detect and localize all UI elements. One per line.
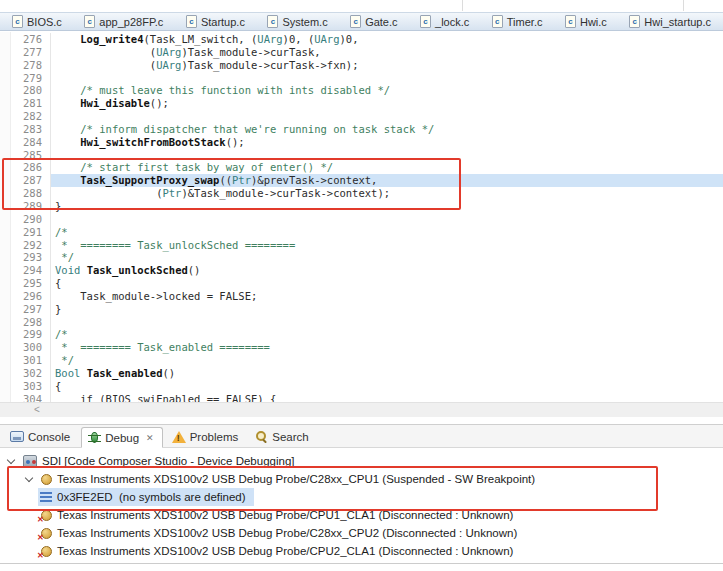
- code-line[interactable]: 288 (Ptr)&Task_module->curTask->context)…: [0, 187, 723, 200]
- line-number[interactable]: 278: [0, 59, 50, 72]
- code-text[interactable]: */: [50, 251, 723, 264]
- editor-tab-System.c[interactable]: cSystem.c: [265, 13, 329, 30]
- line-number[interactable]: 298: [0, 316, 50, 329]
- code-line[interactable]: 282: [0, 110, 723, 123]
- code-text[interactable]: /* start first task by way of enter() */: [50, 161, 723, 174]
- panel-tab-problems[interactable]: Problems: [166, 426, 247, 447]
- code-line[interactable]: 289}: [0, 200, 723, 213]
- code-line[interactable]: 302Bool Task_enabled(): [0, 367, 723, 380]
- code-text[interactable]: Hwi_switchFromBootStack();: [50, 136, 723, 149]
- code-text[interactable]: Log_write4(Task_LM_switch, (UArg)0, (UAr…: [50, 33, 723, 46]
- code-text[interactable]: (Ptr)&Task_module->curTask->context);: [50, 187, 723, 200]
- expand-toggle[interactable]: [4, 460, 18, 463]
- editor-tab-Timer.c[interactable]: cTimer.c: [490, 13, 545, 30]
- code-text[interactable]: [50, 110, 723, 123]
- line-number[interactable]: 302: [0, 367, 50, 380]
- close-icon[interactable]: ✕: [146, 433, 154, 443]
- line-number[interactable]: 296: [0, 290, 50, 303]
- code-text[interactable]: [50, 72, 723, 85]
- line-number[interactable]: 283: [0, 123, 50, 136]
- code-line[interactable]: 298: [0, 316, 723, 329]
- editor-tab-BIOS.c[interactable]: cBIOS.c: [10, 13, 64, 30]
- editor-tab-Hwi.c[interactable]: cHwi.c: [563, 13, 609, 30]
- code-line[interactable]: 276 Log_write4(Task_LM_switch, (UArg)0, …: [0, 33, 723, 46]
- debug-tree-row[interactable]: Texas Instruments XDS100v2 USB Debug Pro…: [0, 524, 723, 542]
- horizontal-scrollbar[interactable]: <: [0, 402, 723, 417]
- code-line[interactable]: 284 Hwi_switchFromBootStack();: [0, 136, 723, 149]
- expand-toggle[interactable]: [22, 478, 36, 481]
- line-number[interactable]: 276: [0, 33, 50, 46]
- line-number[interactable]: 284: [0, 136, 50, 149]
- line-number[interactable]: 300: [0, 341, 50, 354]
- code-text[interactable]: [50, 213, 723, 226]
- code-text[interactable]: {: [50, 380, 723, 393]
- code-line[interactable]: 301 */: [0, 354, 723, 367]
- code-line[interactable]: 294Void Task_unlockSched(): [0, 264, 723, 277]
- line-number[interactable]: 294: [0, 264, 50, 277]
- code-line[interactable]: 292 * ======== Task_unlockSched ========: [0, 239, 723, 252]
- scroll-left-arrow-icon[interactable]: <: [34, 405, 40, 415]
- editor-tab-Startup.c[interactable]: cStartup.c: [184, 13, 247, 30]
- code-text[interactable]: /*: [50, 328, 723, 341]
- code-line[interactable]: 277 (UArg)Task_module->curTask,: [0, 46, 723, 59]
- debug-tree-row[interactable]: Texas Instruments XDS100v2 USB Debug Pro…: [0, 542, 723, 560]
- code-text[interactable]: /* inform dispatcher that we're running …: [50, 123, 723, 136]
- line-number[interactable]: 281: [0, 97, 50, 110]
- debug-tree-row[interactable]: 0x3FE2ED (no symbols are defined): [0, 488, 723, 506]
- line-number[interactable]: 303: [0, 380, 50, 393]
- code-line[interactable]: 291/*: [0, 226, 723, 239]
- code-line[interactable]: 279: [0, 72, 723, 85]
- code-text[interactable]: * ======== Task_enabled ========: [50, 341, 723, 354]
- code-line[interactable]: 303{: [0, 380, 723, 393]
- line-number[interactable]: 289: [0, 200, 50, 213]
- code-line[interactable]: 281 Hwi_disable();: [0, 97, 723, 110]
- panel-tab-console[interactable]: Console: [4, 426, 78, 447]
- code-text[interactable]: {: [50, 277, 723, 290]
- line-number[interactable]: 299: [0, 328, 50, 341]
- line-number[interactable]: 297: [0, 303, 50, 316]
- line-number[interactable]: 290: [0, 213, 50, 226]
- line-number[interactable]: 287: [0, 174, 50, 187]
- code-text[interactable]: * ======== Task_unlockSched ========: [50, 239, 723, 252]
- panel-tab-search[interactable]: Search: [249, 426, 316, 447]
- line-number[interactable]: 293: [0, 251, 50, 264]
- code-text[interactable]: Void Task_unlockSched(): [50, 264, 723, 277]
- code-text[interactable]: [50, 316, 723, 329]
- code-line[interactable]: 297}: [0, 303, 723, 316]
- code-line[interactable]: 290: [0, 213, 723, 226]
- code-line[interactable]: 280 /* must leave this function with int…: [0, 84, 723, 97]
- code-text[interactable]: Bool Task_enabled(): [50, 367, 723, 380]
- code-text[interactable]: (UArg)Task_module->curTask,: [50, 46, 723, 59]
- code-text[interactable]: }: [50, 200, 723, 213]
- debug-tree-row[interactable]: SDI [Code Composer Studio - Device Debug…: [0, 452, 723, 470]
- line-number[interactable]: 285: [0, 149, 50, 162]
- line-number[interactable]: 277: [0, 46, 50, 59]
- code-text[interactable]: Task_SupportProxy_swap((Ptr)&prevTask->c…: [50, 174, 723, 187]
- editor-tab-_lock.c[interactable]: c_lock.c: [418, 13, 471, 30]
- panel-tab-debug[interactable]: Debug✕: [81, 427, 162, 448]
- code-line[interactable]: 296 Task_module->locked = FALSE;: [0, 290, 723, 303]
- code-text[interactable]: Task_module->locked = FALSE;: [50, 290, 723, 303]
- line-number[interactable]: 279: [0, 72, 50, 85]
- line-number[interactable]: 282: [0, 110, 50, 123]
- line-number[interactable]: 288: [0, 187, 50, 200]
- code-line[interactable]: 287 Task_SupportProxy_swap((Ptr)&prevTas…: [0, 174, 723, 187]
- code-line[interactable]: 278 (UArg)Task_module->curTask->fxn);: [0, 59, 723, 72]
- code-text[interactable]: /* must leave this function with ints di…: [50, 84, 723, 97]
- line-number[interactable]: 301: [0, 354, 50, 367]
- code-line[interactable]: 295{: [0, 277, 723, 290]
- code-line[interactable]: 300 * ======== Task_enabled ========: [0, 341, 723, 354]
- code-editor[interactable]: 276 Log_write4(Task_LM_switch, (UArg)0, …: [0, 32, 723, 406]
- line-number[interactable]: 280: [0, 84, 50, 97]
- code-line[interactable]: 285: [0, 149, 723, 162]
- line-number[interactable]: 286: [0, 161, 50, 174]
- code-line[interactable]: 299/*: [0, 328, 723, 341]
- editor-tab-app_p28FP.c[interactable]: capp_p28FP.c: [82, 13, 165, 30]
- code-text[interactable]: (UArg)Task_module->curTask->fxn);: [50, 59, 723, 72]
- editor-tab-Gate.c[interactable]: cGate.c: [348, 13, 399, 30]
- code-line[interactable]: 283 /* inform dispatcher that we're runn…: [0, 123, 723, 136]
- code-text[interactable]: */: [50, 354, 723, 367]
- code-text[interactable]: /*: [50, 226, 723, 239]
- line-number[interactable]: 295: [0, 277, 50, 290]
- editor-tab-Hwi_startup.c[interactable]: cHwi_startup.c: [627, 13, 713, 30]
